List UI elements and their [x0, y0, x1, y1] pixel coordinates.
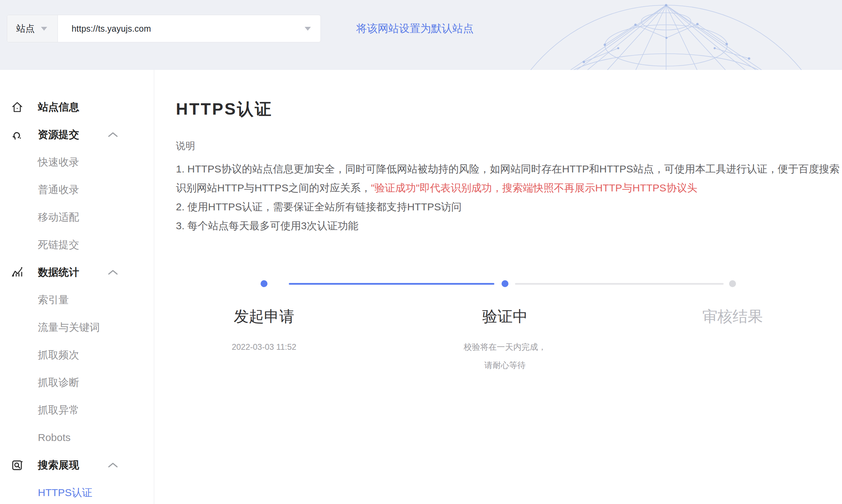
sidebar-item-robots[interactable]: Robots: [0, 424, 154, 451]
note2-text: 2. 使用HTTPS认证，需要保证全站所有链接都支持HTTPS访问: [176, 197, 840, 216]
resource-submit-icon: [11, 128, 23, 141]
sidebar-item-site-info[interactable]: 站点信息: [0, 93, 154, 121]
chevron-down-icon: [41, 27, 47, 31]
notes-paragraph: 1. HTTPS协议的站点信息更加安全，同时可降低网站被劫持的风险，如网站同时存…: [176, 159, 840, 197]
sidebar-item-mobile-adapt[interactable]: 移动适配: [0, 203, 154, 231]
notes-label: 说明: [176, 140, 842, 152]
sidebar-group-search-display[interactable]: 搜索展现: [0, 451, 154, 479]
sidebar-group-resource-submit[interactable]: 资源提交: [0, 121, 154, 148]
site-selector: 站点 https://ts.yayujs.com: [7, 15, 321, 42]
chevron-up-icon[interactable]: [108, 270, 118, 275]
globe-wireframe-graphic: [515, 0, 842, 70]
step-verifying-hint: 校验将在一天内完成， 请耐心等待: [436, 338, 574, 374]
data-stats-icon: [11, 266, 23, 279]
top-header-bar: 站点 https://ts.yayujs.com 将该网站设置为默认站点: [0, 0, 842, 70]
sidebar-item-https-cert[interactable]: HTTPS认证: [0, 479, 154, 504]
site-url-dropdown[interactable]: https://ts.yayujs.com: [58, 15, 320, 42]
site-type-dropdown[interactable]: 站点: [7, 15, 58, 42]
sidebar-item-crawl-frequency[interactable]: 抓取频次: [0, 341, 154, 369]
step-label-apply: 发起申请: [195, 307, 333, 325]
sidebar-item-normal-include[interactable]: 普通收录: [0, 176, 154, 203]
step-connector-pending: [515, 283, 724, 285]
site-url-value: https://ts.yayujs.com: [72, 24, 151, 34]
sidebar-item-crawl-diagnosis[interactable]: 抓取诊断: [0, 369, 154, 396]
chevron-down-icon: [305, 27, 311, 31]
sidebar-nav: 站点信息 资源提交 快速收录 普通收录 移动适配 死链提交 数据统计: [0, 70, 154, 504]
step-label-verifying: 验证中: [436, 307, 574, 325]
chevron-up-icon[interactable]: [108, 462, 118, 468]
chevron-up-icon[interactable]: [108, 132, 118, 138]
sidebar-group-label: 搜索展现: [38, 458, 79, 472]
main-content: HTTPS认证 说明 1. HTTPS协议的站点信息更加安全，同时可降低网站被劫…: [155, 70, 842, 504]
sidebar-item-crawl-anomaly[interactable]: 抓取异常: [0, 396, 154, 424]
sidebar-item-index-volume[interactable]: 索引量: [0, 286, 154, 314]
note3-text: 3. 每个站点每天最多可使用3次认证功能: [176, 216, 840, 235]
site-type-label: 站点: [16, 22, 35, 35]
note1-highlight-text: "验证成功"即代表识别成功，搜索端快照不再展示HTTP与HTTPS协议头: [371, 182, 697, 193]
step-verifying-hint-line1: 校验将在一天内完成，: [436, 338, 574, 356]
step-connector-done: [289, 283, 494, 285]
sidebar-group-label: 数据统计: [38, 265, 79, 280]
step-verifying-hint-line2: 请耐心等待: [436, 356, 574, 374]
page-title: HTTPS认证: [176, 99, 842, 119]
progress-stepper: 发起申请 验证中 审核结果 2022-03-03 11:52 校验将在一天内完成…: [155, 70, 842, 504]
step-dot-pending: [729, 280, 736, 287]
sidebar-group-data-stats[interactable]: 数据统计: [0, 259, 154, 286]
sidebar-item-label: 站点信息: [38, 100, 79, 114]
sidebar-group-label: 资源提交: [38, 128, 79, 142]
set-default-site-link[interactable]: 将该网站设置为默认站点: [356, 0, 474, 57]
sidebar-item-traffic-keywords[interactable]: 流量与关键词: [0, 314, 154, 341]
step-dot-done: [261, 280, 267, 287]
step-label-review-result: 审核结果: [664, 307, 801, 325]
search-display-icon: [11, 459, 23, 471]
step-dot-active: [502, 280, 508, 287]
sidebar-item-dead-link[interactable]: 死链提交: [0, 231, 154, 259]
step-apply-timestamp: 2022-03-03 11:52: [195, 338, 333, 356]
home-icon: [11, 101, 23, 113]
sidebar-item-quick-include[interactable]: 快速收录: [0, 148, 154, 176]
